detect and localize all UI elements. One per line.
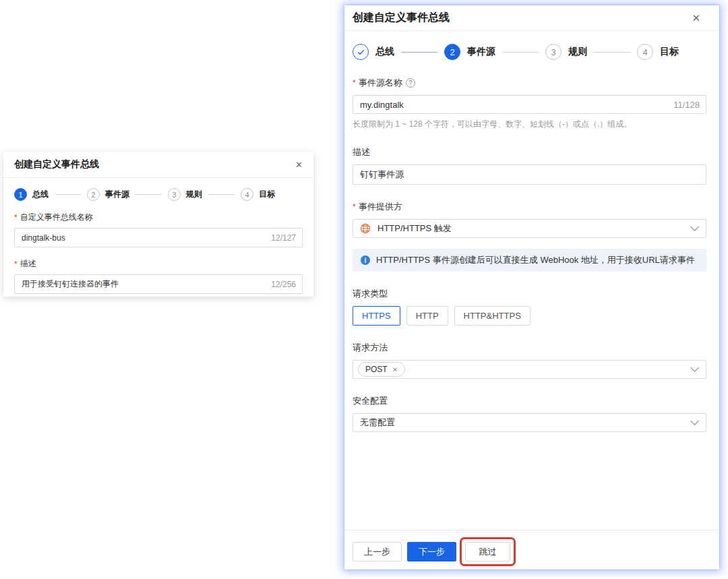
close-icon[interactable]: ✕: [295, 160, 303, 169]
method-tag: POST ✕: [358, 362, 405, 377]
request-type-group: HTTPS HTTP HTTP&HTTPS: [353, 306, 706, 326]
request-method-field: 请求方法 POST ✕: [353, 342, 706, 379]
step-number: 3: [168, 188, 181, 201]
step-rule: 3 规则: [168, 188, 202, 201]
name-helper-text: 长度限制为 1 ~ 128 个字符，可以由字母、数字、短划线（-）或点（.）组成…: [353, 119, 706, 130]
step-label: 规则: [186, 189, 202, 200]
input-wrap: [353, 164, 706, 185]
step-event-source: 2 事件源: [87, 188, 129, 201]
method-tag-label: POST: [365, 365, 388, 374]
chevron-down-icon: [690, 222, 699, 231]
dialog-footer: 上一步 下一步 跳过: [344, 530, 719, 570]
chevron-down-icon: [690, 417, 699, 425]
security-config-value: 无需配置: [360, 417, 395, 429]
request-type-https-button[interactable]: HTTPS: [353, 306, 400, 326]
dialog-title: 创建自定义事件总线: [353, 11, 450, 25]
description-field: 描述: [353, 146, 706, 185]
previous-step-button[interactable]: 上一步: [353, 542, 402, 561]
event-source-name-field: 事件源名称 ? 11/128 长度限制为 1 ~ 128 个字符，可以由字母、数…: [353, 77, 706, 130]
dialog-header: 创建自定义事件总线 ✕: [344, 5, 719, 31]
step-target: 4 目标: [637, 44, 679, 60]
step-connector: [401, 52, 437, 53]
tag-remove-icon[interactable]: ✕: [392, 366, 398, 373]
step-label: 规则: [568, 46, 587, 58]
request-method-select[interactable]: POST ✕: [353, 360, 706, 379]
step-number: 4: [637, 44, 653, 60]
dialog-title: 创建自定义事件总线: [14, 158, 99, 171]
bus-description-field: 描述 12/256: [14, 258, 303, 294]
check-icon: [353, 44, 369, 60]
field-label: 请求方法: [353, 342, 706, 354]
step-label: 目标: [660, 46, 679, 58]
step-bus: 1 总线: [14, 188, 49, 201]
step-connector: [502, 52, 539, 53]
step-bus: 总线: [353, 44, 394, 60]
step-event-source: 2 事件源: [444, 44, 495, 60]
step-rule: 3 规则: [545, 44, 587, 60]
bus-name-field: 自定义事件总线名称 12/127: [14, 212, 303, 247]
step-label: 事件源: [467, 46, 495, 58]
field-label: 安全配置: [353, 395, 706, 407]
char-counter: 12/256: [271, 280, 296, 289]
field-label-text: 事件源名称: [359, 77, 402, 89]
skip-button-highlight-annotation: 跳过: [460, 537, 516, 566]
security-config-field: 安全配置 无需配置: [353, 395, 706, 432]
step-label: 总线: [32, 189, 49, 200]
step-number: 2: [87, 188, 100, 201]
close-icon[interactable]: ✕: [692, 13, 700, 23]
step-number: 2: [444, 44, 460, 60]
bus-description-input[interactable]: [14, 274, 303, 294]
security-config-select[interactable]: 无需配置: [353, 413, 706, 432]
step-indicator: 1 总线 2 事件源 3 规则 4 目标: [3, 178, 313, 201]
dialog-body: 事件源名称 ? 11/128 长度限制为 1 ~ 128 个字符，可以由字母、数…: [344, 60, 719, 530]
event-provider-value: HTTP/HTTPS 触发: [377, 222, 452, 235]
step-number: 1: [14, 188, 27, 201]
dialog-header: 创建自定义事件总线 ✕: [3, 152, 313, 178]
step-label: 事件源: [105, 189, 129, 200]
field-label: 事件提供方: [353, 201, 706, 213]
create-event-bus-dialog: 创建自定义事件总线 ✕ 1 总线 2 事件源 3 规则 4 目标 自定义事件总线…: [3, 152, 313, 297]
step-connector: [135, 194, 162, 195]
step-connector: [55, 194, 81, 195]
field-label: 请求类型: [353, 288, 706, 300]
create-event-source-dialog: 创建自定义事件总线 ✕ 总线 2 事件源 3 规则 4 目标 事件源名称: [344, 5, 719, 570]
step-label: 目标: [259, 189, 275, 200]
next-step-button[interactable]: 下一步: [407, 542, 456, 561]
step-target: 4 目标: [241, 188, 275, 201]
step-connector: [594, 52, 630, 53]
description-input[interactable]: [353, 164, 706, 185]
step-label: 总线: [375, 46, 394, 58]
field-label: 描述: [14, 258, 303, 270]
spacer: [353, 432, 706, 530]
char-counter: 11/128: [673, 100, 700, 110]
step-number: 4: [241, 188, 253, 201]
input-wrap: 12/256: [14, 274, 303, 294]
step-number: 3: [545, 44, 562, 60]
info-banner-text: HTTP/HTTPS 事件源创建后可以直接生成 WebHook 地址，用于接收U…: [376, 254, 695, 266]
input-wrap: 12/127: [14, 228, 303, 247]
webhook-info-banner: i HTTP/HTTPS 事件源创建后可以直接生成 WebHook 地址，用于接…: [353, 249, 706, 272]
char-counter: 12/127: [271, 233, 296, 243]
request-type-http-button[interactable]: HTTP: [406, 306, 448, 326]
event-provider-field: 事件提供方 HTTP/HTTPS 触发 i HTTP/HTTPS 事件源创建后可…: [353, 201, 706, 272]
chevron-down-icon: [690, 363, 699, 372]
field-label: 描述: [353, 146, 706, 158]
info-icon: i: [361, 255, 370, 265]
event-provider-select[interactable]: HTTP/HTTPS 触发: [353, 219, 706, 238]
dialog-form: 自定义事件总线名称 12/127 描述 12/256: [3, 201, 313, 294]
field-label: 事件源名称 ?: [353, 77, 706, 89]
globe-icon: [360, 223, 371, 234]
field-label: 自定义事件总线名称: [14, 212, 303, 223]
request-type-field: 请求类型 HTTPS HTTP HTTP&HTTPS: [353, 288, 706, 326]
step-indicator: 总线 2 事件源 3 规则 4 目标: [344, 31, 719, 60]
help-icon[interactable]: ?: [406, 78, 415, 88]
request-type-http-and-https-button[interactable]: HTTP&HTTPS: [454, 306, 530, 326]
event-source-name-input[interactable]: [353, 95, 706, 114]
bus-name-input[interactable]: [14, 228, 303, 247]
skip-button[interactable]: 跳过: [465, 542, 510, 561]
input-wrap: 11/128: [353, 95, 706, 114]
step-connector: [208, 194, 235, 195]
